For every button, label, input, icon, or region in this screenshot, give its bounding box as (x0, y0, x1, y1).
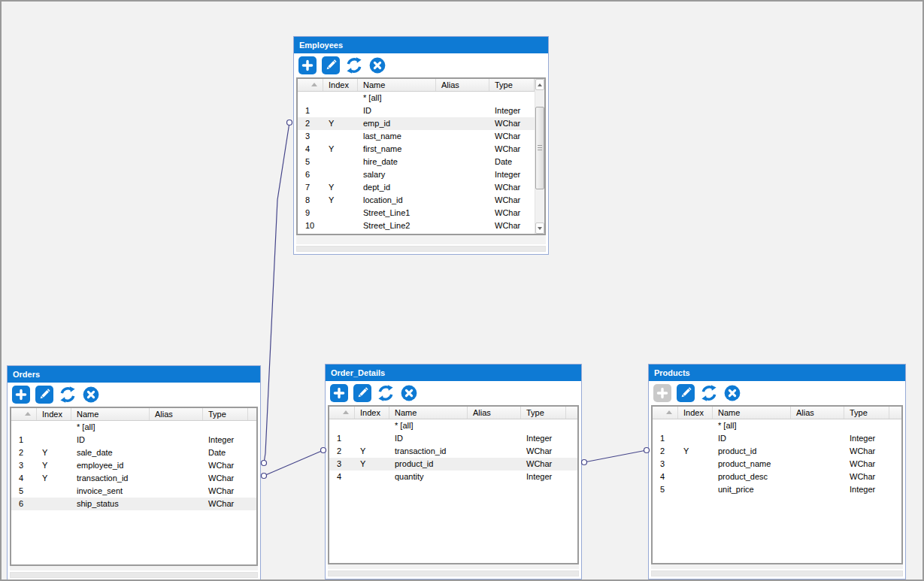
scroll-down-button[interactable] (535, 222, 544, 234)
delete-button[interactable] (82, 386, 100, 404)
cell-type: WChar (489, 207, 535, 219)
header-cell-sort[interactable] (653, 407, 678, 419)
column-row[interactable]: 5hire_dateDate (298, 156, 535, 168)
column-row[interactable]: 4Ytransaction_idWChar (11, 472, 256, 485)
table-panel-employees[interactable]: Employees (293, 36, 549, 255)
column-row[interactable]: 4product_descWChar (653, 471, 901, 483)
refresh-button[interactable] (59, 386, 77, 404)
diagram-canvas[interactable]: Employees (0, 0, 924, 581)
cell-number: 5 (11, 485, 37, 498)
header-cell-sort[interactable] (298, 79, 323, 91)
header-cell-index[interactable]: Index (37, 408, 71, 420)
plus-icon (12, 386, 30, 404)
column-row[interactable]: 3Yemployee_idWChar (11, 459, 256, 472)
header-cell-sort[interactable] (11, 408, 37, 420)
cell-alias (436, 156, 489, 168)
header-cell-alias[interactable]: Alias (436, 79, 489, 91)
grid-header-row: Index Name Alias Type (11, 408, 256, 421)
column-row[interactable]: 3product_nameWChar (653, 458, 901, 471)
delete-button[interactable] (368, 56, 386, 74)
header-cell-sort[interactable] (329, 407, 355, 419)
horizontal-scrollbar[interactable] (651, 570, 903, 576)
refresh-button[interactable] (345, 56, 363, 74)
header-cell-alias[interactable]: Alias (468, 407, 521, 419)
column-row[interactable]: 6salaryInteger (298, 168, 535, 181)
cell-alias (791, 471, 844, 483)
column-row[interactable]: 2Yproduct_idWChar (653, 445, 901, 458)
scroll-up-button[interactable] (535, 79, 544, 90)
header-cell-name[interactable]: Name (358, 79, 436, 91)
column-row[interactable]: 2Ysale_dateDate (11, 446, 256, 459)
header-cell-alias[interactable]: Alias (150, 408, 203, 420)
column-row[interactable]: 5unit_priceInteger (653, 483, 901, 496)
edit-button[interactable] (677, 384, 695, 402)
scroll-thumb[interactable] (535, 107, 544, 189)
header-cell-type[interactable]: Type (489, 79, 535, 91)
select-all-row[interactable]: * [all] (11, 421, 256, 434)
column-row[interactable]: 2Yemp_idWChar (298, 117, 535, 130)
horizontal-scrollbar[interactable] (10, 572, 258, 578)
cell-index: Y (355, 445, 389, 458)
header-cell-index[interactable]: Index (355, 407, 389, 419)
delete-button[interactable] (400, 384, 418, 402)
header-cell-name[interactable]: Name (389, 407, 468, 419)
column-row[interactable]: 2Ytransaction_idWChar (329, 445, 577, 458)
table-titlebar[interactable]: Employees (294, 37, 548, 53)
triangle-up-icon (538, 83, 542, 86)
table-panel-order-details[interactable]: Order_Details (325, 364, 582, 579)
refresh-button[interactable] (377, 384, 395, 402)
select-all-row[interactable]: * [all] (653, 419, 901, 432)
header-cell-index[interactable]: Index (678, 407, 713, 419)
edit-button[interactable] (35, 386, 53, 404)
column-row[interactable]: 10Street_Line2WChar (298, 219, 535, 232)
column-row[interactable]: 1IDInteger (653, 432, 901, 445)
header-cell-alias[interactable]: Alias (791, 407, 844, 419)
horizontal-scrollbar[interactable] (328, 570, 579, 576)
table-panel-orders[interactable]: Orders (7, 365, 261, 581)
column-row[interactable]: 5invoice_sentWChar (11, 485, 256, 498)
cell-type: WChar (489, 181, 535, 194)
column-row[interactable]: 1IDInteger (11, 434, 256, 446)
column-row[interactable]: 8Ylocation_idWChar (298, 194, 535, 207)
table-titlebar[interactable]: Orders (8, 366, 260, 383)
column-row[interactable]: 11Street_Line3WChar (298, 232, 535, 235)
column-row[interactable]: 1IDInteger (329, 432, 577, 445)
select-all-row[interactable]: * [all] (329, 419, 577, 432)
header-cell-name[interactable]: Name (713, 407, 791, 419)
cell-alias (150, 421, 203, 434)
column-row[interactable]: 6ship_statusWChar (11, 498, 256, 510)
header-cell-type[interactable]: Type (844, 407, 889, 419)
header-cell-name[interactable]: Name (71, 408, 150, 420)
column-row[interactable]: 4Yfirst_nameWChar (298, 143, 535, 156)
plus-icon (298, 56, 317, 74)
cell-number (329, 419, 355, 432)
table-titlebar[interactable]: Products (649, 365, 905, 381)
header-cell-type[interactable]: Type (203, 408, 248, 420)
header-cell-type[interactable]: Type (521, 407, 566, 419)
header-cell-index[interactable]: Index (323, 79, 358, 91)
horizontal-scrollbar[interactable] (296, 246, 546, 252)
delete-button[interactable] (723, 384, 741, 402)
add-column-button[interactable] (298, 56, 317, 74)
edit-button[interactable] (353, 384, 371, 402)
cell-name: product_id (713, 445, 791, 458)
cell-type: WChar (521, 458, 566, 471)
column-row[interactable]: 4quantityInteger (329, 471, 577, 483)
connection-endpoint (262, 474, 267, 479)
table-titlebar[interactable]: Order_Details (326, 365, 581, 381)
table-panel-products[interactable]: Products (648, 364, 906, 579)
column-row[interactable]: 7Ydept_idWChar (298, 181, 535, 194)
cell-name: location_id (358, 194, 436, 207)
column-row[interactable]: 9Street_Line1WChar (298, 207, 535, 219)
column-row[interactable]: 3last_nameWChar (298, 130, 535, 143)
select-all-row[interactable]: * [all] (298, 92, 535, 104)
column-row[interactable]: 3Yproduct_idWChar (329, 458, 577, 471)
column-row[interactable]: 1IDInteger (298, 104, 535, 117)
vertical-scrollbar[interactable] (535, 79, 544, 234)
add-column-button[interactable] (330, 384, 348, 402)
add-column-button[interactable] (12, 386, 30, 404)
cell-number: 3 (298, 130, 323, 143)
edit-button[interactable] (322, 56, 340, 74)
cell-name: quantity (389, 471, 468, 483)
refresh-button[interactable] (700, 384, 718, 402)
